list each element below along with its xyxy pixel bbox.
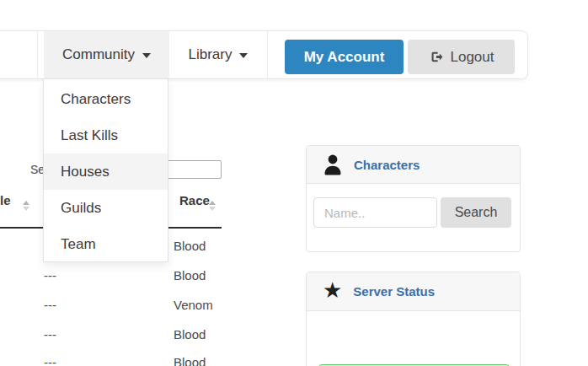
community-dropdown-menu: Characters Last Kills Houses Guilds Team xyxy=(43,78,168,262)
nav-item-label: Community xyxy=(62,46,135,63)
user-icon xyxy=(323,153,343,175)
characters-panel: Characters Search xyxy=(306,145,521,252)
dropdown-item[interactable]: Characters xyxy=(44,81,168,117)
table-cell: Blood xyxy=(174,327,206,342)
character-name-input[interactable] xyxy=(313,197,437,228)
star-icon: ★ xyxy=(323,279,342,301)
table-header-race[interactable]: Race xyxy=(179,193,210,207)
logout-button[interactable]: Logout xyxy=(408,40,515,74)
logout-label: Logout xyxy=(451,49,494,66)
server-status-panel-title: Server Status xyxy=(353,284,435,299)
caret-down-icon xyxy=(142,53,151,58)
server-status-panel-header: ★ Server Status xyxy=(307,272,520,311)
table-cell: --- xyxy=(44,355,56,366)
navbar: Community Library My Account Logout xyxy=(0,30,528,79)
sort-icon xyxy=(23,201,29,211)
nav-divider xyxy=(267,31,268,78)
table-cell: Blood xyxy=(174,268,206,283)
characters-panel-header: Characters xyxy=(307,146,520,184)
nav-item-label: Library xyxy=(189,46,233,63)
table-cell: --- xyxy=(44,298,56,312)
sign-out-icon xyxy=(429,50,443,64)
nav-item-library[interactable]: Library xyxy=(169,31,267,78)
dropdown-item[interactable]: Houses xyxy=(44,153,168,190)
table-cell: Blood xyxy=(174,239,206,253)
my-account-button[interactable]: My Account xyxy=(285,40,404,74)
table-cell: --- xyxy=(44,327,56,342)
table-header-partial[interactable]: le xyxy=(0,193,11,207)
server-status-panel: ★ Server Status Online xyxy=(306,272,521,366)
page: Se le Race --- Blood --- Blood --- Venom… xyxy=(0,0,588,366)
nav-divider xyxy=(37,31,38,78)
dropdown-item[interactable]: Guilds xyxy=(44,190,168,226)
caret-down-icon xyxy=(239,53,248,58)
sort-icon xyxy=(209,201,216,211)
table-cell: --- xyxy=(44,268,56,283)
table-cell: Venom xyxy=(174,298,213,312)
dropdown-item[interactable]: Last Kills xyxy=(44,117,168,153)
characters-panel-title: Characters xyxy=(354,158,420,172)
character-search-button[interactable]: Search xyxy=(441,197,511,228)
nav-item-community[interactable]: Community xyxy=(44,31,169,78)
dropdown-item[interactable]: Team xyxy=(44,226,168,262)
table-cell: Blood xyxy=(174,355,206,366)
